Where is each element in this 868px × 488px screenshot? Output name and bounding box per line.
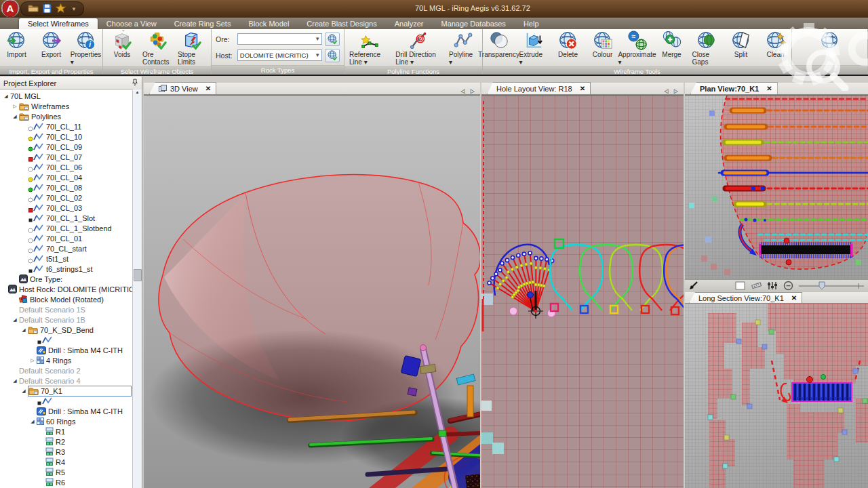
tree-item-r4[interactable]: R4 [0,457,133,467]
polyline-button[interactable]: Polyline ▾ [446,30,480,66]
menu-tab-manage-databases[interactable]: Manage Databases [432,18,514,29]
quick-access-dropdown-icon[interactable]: ▼ [71,6,77,12]
close-tab-icon[interactable]: ✕ [580,85,585,92]
tree-item-host-rock-dolomite-micritic-[interactable]: Host Rock: DOLOMITE (MICRITIC) [0,284,133,294]
tree-scrollbar[interactable]: ▲ [132,89,142,488]
tree-item-drill-simba-m4-c-ith[interactable]: Drill : Simba M4 C-ITH [0,345,133,355]
menu-tab-help[interactable]: Help [515,18,548,29]
tree-item-t6-strings1-st[interactable]: t6_strings1_st [0,264,133,274]
open-folder-icon[interactable] [28,4,39,14]
clean-button[interactable]: Clean [759,30,793,59]
tree-item-70-k-sd-bend[interactable]: ◢70_K_SD_Bend [0,325,133,335]
tree-item-ore-type-[interactable]: Ore Type: [0,274,133,284]
menu-tab-analyzer[interactable]: Analyzer [386,18,433,29]
tab-hole-layout[interactable]: Hole Layout View: R18 ✕ [487,82,591,94]
zoom-slider[interactable] [799,281,864,292]
export-button[interactable]: Export [35,30,68,59]
assign-rock-button[interactable] [325,49,340,62]
tree-item-4-rings[interactable]: ▷4 Rings [0,355,133,365]
tree-item-70l-cl-11[interactable]: 70l_CL_11 [0,121,133,131]
voids-button[interactable]: Voids [105,30,139,59]
close-tab-icon[interactable]: ✕ [766,85,772,92]
expander-open-icon[interactable]: ◢ [11,378,19,384]
tree-item-drill-simba-m4-c-ith[interactable]: Drill : Simba M4 C-ITH [0,406,133,416]
extra-button[interactable] [813,30,847,52]
tree-item-70l-cl-06[interactable]: 70l_CL_06 [0,162,133,172]
tree-item-70l-cl-1-slot[interactable]: 70l_CL_1_Slot [0,213,133,223]
hole-layout-viewport[interactable] [481,95,684,488]
plan-viewport[interactable] [685,95,868,280]
rock-type-select[interactable]: DOLOMITE (MICRITIC)▼ [237,49,322,61]
stope-limits-button[interactable]: Stope Limits [175,30,209,66]
transparency-button[interactable]: Transparency [482,30,516,59]
tree-item-70l-mgl[interactable]: ◢70L MGL [0,91,133,101]
pointer-dart-icon[interactable] [689,281,698,291]
expander-open-icon[interactable]: ◢ [20,388,28,394]
tree-item-60-rings[interactable]: ◢60 Rings [0,416,133,426]
tree-item-70l-cl-03[interactable]: 70l_CL_03 [0,203,133,213]
tab-nav-arrows[interactable]: ◁ ▷ [460,88,480,94]
long-section-viewport[interactable] [685,304,868,488]
drill-direction-line-button[interactable]: Drill Direction Line ▾ [393,30,446,66]
menu-tab-create-blast-designs[interactable]: Create Blast Designs [298,18,385,29]
tree-item-polylines[interactable]: ◢Polylines [0,111,133,121]
approximate-button[interactable]: ≈Approximate ▾ [620,30,654,66]
tree-item-default-scenario-4[interactable]: ◢Default Scenario 4 [0,375,133,386]
tree-item-polyline-30[interactable] [0,396,133,406]
tree-item-r2[interactable]: R2 [0,436,133,447]
tree-item-70-cl-start[interactable]: 70_CL_start [0,243,133,253]
expander-open-icon[interactable]: ◢ [11,114,19,119]
tree-item-default-scenario-1s[interactable]: Default Scenario 1S [0,304,133,314]
properties-button[interactable]: iProperties ▾ [69,30,103,66]
split-button[interactable]: Split [724,30,758,59]
scrollbar-thumb[interactable] [134,269,142,281]
extrude-button[interactable]: Extrude ▾ [517,30,551,66]
3d-viewport[interactable]: z x Top North W [144,95,480,488]
tree-item-70l-cl-09[interactable]: 70l_CL_09 [0,142,133,152]
expander-closed-icon[interactable]: ▷ [28,358,37,363]
tree-item-r5[interactable]: R5 [0,467,133,477]
favorites-star-icon[interactable] [56,3,66,14]
close-tab-icon[interactable]: ✕ [791,294,797,302]
menu-tab-choose-a-view[interactable]: Choose a View [98,18,165,29]
measure-ruler-icon[interactable] [751,281,762,291]
tree-item-70l-cl-01[interactable]: 70l_CL_01 [0,233,133,243]
tree-item-polyline-24[interactable] [0,335,133,345]
expander-open-icon[interactable]: ◢ [11,317,19,323]
close-gaps-button[interactable]: Close Gaps [690,30,724,66]
display-filters-icon[interactable] [767,281,778,291]
zoom-slider-handle[interactable] [819,282,825,289]
zoom-out-icon[interactable] [783,281,793,292]
expander-open-icon[interactable]: ◢ [28,419,37,424]
tree-item-r3[interactable]: R3 [0,447,133,457]
delete-button[interactable]: Delete [551,30,585,59]
menu-tab-block-model[interactable]: Block Model [239,18,298,29]
import-button[interactable]: Import [0,30,34,59]
tree-item-block-model-rotated-[interactable]: Block Model (Rotated) [0,294,133,304]
rock-type-select[interactable]: ▼ [237,33,322,45]
tree-item-70l-cl-08[interactable]: 70l_CL_08 [0,182,133,192]
tree-item-wireframes[interactable]: ▷Wireframes [0,101,133,111]
tree-item-70l-cl-04[interactable]: 70l_CL_04 [0,172,133,182]
tree-item-r6[interactable]: R6 [0,477,133,487]
colour-button[interactable]: Colour [586,30,620,59]
tree-item-70l-cl-07[interactable]: 70l_CL_07 [0,152,133,162]
tree-item-70l-cl-10[interactable]: 70l_CL_10 [0,131,133,142]
tree-item-default-scenario-1b[interactable]: ◢Default Scenario 1B [0,314,133,325]
clip-box-toggle[interactable] [735,281,746,291]
tree-item-70-k1[interactable]: ◢70_K1 [0,386,133,396]
expander-open-icon[interactable]: ◢ [20,327,28,333]
tree-item-70l-cl-1-slotbend[interactable]: 70l_CL_1_Slotbend [0,223,133,233]
tab-3d-view[interactable]: 3D View ✕ [149,82,216,94]
ore-contacts-button[interactable]: Ore Contacts [140,30,174,66]
merge-button[interactable]: Merge [655,30,689,59]
pin-icon[interactable] [132,79,138,87]
assign-rock-button[interactable] [325,33,340,46]
expander-closed-icon[interactable]: ▷ [11,104,19,109]
menu-tab-create-ring-sets[interactable]: Create Ring Sets [165,18,240,29]
reference-line-button[interactable]: Reference Line ▾ [347,30,392,66]
tree-item-default-scenario-2[interactable]: Default Scenario 2 [0,365,133,375]
tab-long-section[interactable]: Long Section View:70_K1 ✕ [689,292,802,303]
tree-item-70l-cl-02[interactable]: 70l_CL_02 [0,192,133,203]
tab-nav-arrows[interactable]: ◁ ▷ [664,88,684,94]
